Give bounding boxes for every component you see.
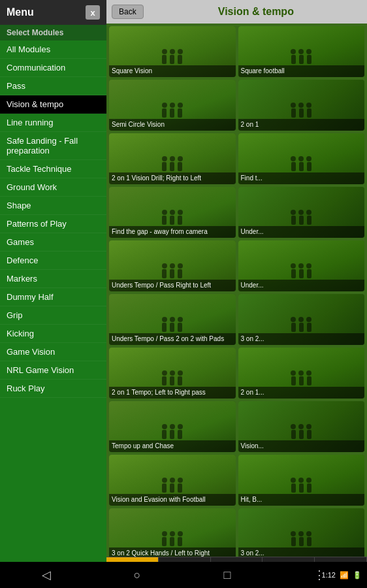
select-modules-label: Select Modules (0, 25, 106, 41)
video-title: Find the gap - away from camera (109, 226, 236, 238)
video-card[interactable]: Under... (238, 240, 365, 291)
video-card[interactable]: 2 on 1... (238, 348, 365, 399)
time-display: 1:12 (322, 571, 336, 579)
video-card[interactable]: Vision... (238, 401, 365, 452)
video-title: Vision and Evasion with Football (109, 494, 236, 506)
sidebar-title: Menu (7, 7, 34, 18)
video-title: Square football (238, 65, 365, 77)
back-button[interactable]: Back (112, 5, 144, 19)
video-card[interactable]: Under... (238, 187, 365, 238)
sidebar-item-patterns-of-play[interactable]: Patterns of Play (0, 215, 106, 233)
video-title: 2 on 1 Vision Drill; Right to Left (109, 172, 236, 184)
sidebar-item-markers[interactable]: Markers (0, 270, 106, 288)
video-card[interactable]: Unders Tempo / Pass Right to Left (109, 240, 236, 291)
video-card[interactable]: 3 on 2... (238, 294, 365, 345)
sidebar-item-kicking[interactable]: Kicking (0, 325, 106, 343)
video-card[interactable]: Vision and Evasion with Football (109, 455, 236, 506)
sidebar-item-all-modules[interactable]: All Modules (0, 41, 106, 59)
video-card[interactable]: 2 on 1 Vision Drill; Right to Left (109, 133, 236, 184)
android-nav-bar: ◁ ○ □ ⋮ 1:12 📶 🔋 (0, 562, 367, 588)
sidebar-item-safe-landing[interactable]: Safe Landing - Fall preparation (0, 132, 106, 160)
video-title: Find t... (238, 172, 365, 184)
sidebar-item-ruck-play[interactable]: Ruck Play (0, 380, 106, 398)
wifi-icon: 📶 (340, 571, 349, 580)
video-title: Semi Circle Vision (109, 119, 236, 131)
video-card[interactable]: 2 on 1 (238, 80, 365, 131)
video-title: 2 on 1... (238, 387, 365, 399)
video-card[interactable]: Unders Tempo / Pass 2 on 2 with Pads (109, 294, 236, 345)
sidebar-item-communication[interactable]: Communication (0, 59, 106, 77)
sidebar: Menu x Select Modules All ModulesCommuni… (0, 0, 106, 588)
video-card[interactable]: Square Vision (109, 26, 236, 77)
video-title: Hit, B... (238, 494, 365, 506)
video-title: Unders Tempo / Pass Right to Left (109, 280, 236, 291)
close-button[interactable]: x (86, 5, 100, 20)
home-nav-button[interactable]: ○ (134, 568, 141, 582)
status-bar: 1:12 📶 🔋 (317, 562, 367, 588)
page-title: Vision & tempo (150, 6, 362, 18)
video-title: Vision... (238, 440, 365, 452)
video-card[interactable]: 3 on 2... (238, 508, 365, 557)
sidebar-item-shape[interactable]: Shape (0, 197, 106, 215)
sidebar-item-pass[interactable]: Pass (0, 77, 106, 95)
sidebar-item-tackle-technique[interactable]: Tackle Technique (0, 160, 106, 178)
video-title: 2 on 1 (238, 119, 365, 131)
back-nav-button[interactable]: ◁ (42, 568, 51, 582)
video-card[interactable]: Hit, B... (238, 455, 365, 506)
video-title: Unders Tempo / Pass 2 on 2 with Pads (109, 333, 236, 345)
app-wrapper: Menu x Select Modules All ModulesCommuni… (0, 0, 367, 588)
video-grid: Square VisionSquare footballSemi Circle … (106, 24, 367, 557)
video-card[interactable]: 3 on 2 Quick Hands / Left to Right (109, 508, 236, 557)
sidebar-item-line-running[interactable]: Line running (0, 114, 106, 132)
video-title: Tempo up and Chase (109, 440, 236, 452)
video-card[interactable]: Find the gap - away from camera (109, 187, 236, 238)
video-card[interactable]: Square football (238, 26, 365, 77)
video-card[interactable]: 2 on 1 Tempo; Left to Right pass (109, 348, 236, 399)
main-content: Back Vision & tempo Square VisionSquare … (106, 0, 367, 588)
battery-icon: 🔋 (353, 571, 362, 580)
sidebar-item-games[interactable]: Games (0, 233, 106, 252)
top-bar: Back Vision & tempo (106, 0, 367, 24)
video-card[interactable]: Find t... (238, 133, 365, 184)
sidebar-item-defence[interactable]: Defence (0, 252, 106, 270)
video-title: 2 on 1 Tempo; Left to Right pass (109, 387, 236, 399)
sidebar-item-ground-work[interactable]: Ground Work (0, 178, 106, 197)
inner-app: Menu x Select Modules All ModulesCommuni… (0, 0, 367, 562)
sidebar-item-game-vision[interactable]: Game Vision (0, 343, 106, 361)
sidebar-item-vision-tempo[interactable]: Vision & tempo (0, 95, 106, 114)
menu-items-list: All ModulesCommunicationPassVision & tem… (0, 41, 106, 398)
sidebar-item-nrl-game-vision[interactable]: NRL Game Vision (0, 361, 106, 380)
video-title: Under... (238, 280, 365, 291)
sidebar-item-grip[interactable]: Grip (0, 306, 106, 325)
video-title: 3 on 2... (238, 547, 365, 557)
recents-nav-button[interactable]: □ (224, 568, 231, 582)
video-title: 3 on 2 Quick Hands / Left to Right (109, 547, 236, 557)
video-card[interactable]: Semi Circle Vision (109, 80, 236, 131)
video-title: 3 on 2... (238, 333, 365, 345)
sidebar-item-dummy-half[interactable]: Dummy Half (0, 288, 106, 306)
sidebar-header: Menu x (0, 0, 106, 25)
video-title: Under... (238, 226, 365, 238)
video-title: Square Vision (109, 65, 236, 77)
video-card[interactable]: Tempo up and Chase (109, 401, 236, 452)
